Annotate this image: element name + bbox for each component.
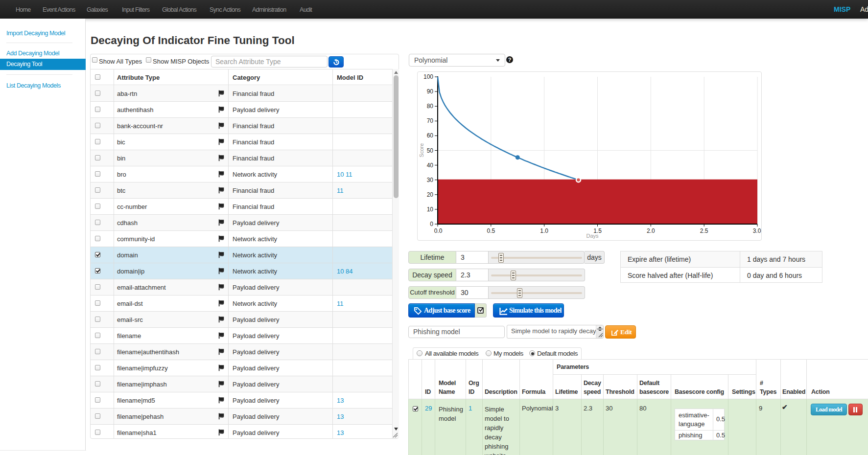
svg-text:3.0: 3.0	[753, 228, 761, 234]
svg-text:60: 60	[427, 132, 434, 139]
svg-text:0: 0	[430, 221, 433, 228]
svg-text:0.0: 0.0	[434, 228, 443, 234]
svg-text:80: 80	[427, 103, 434, 110]
svg-text:Score: Score	[419, 143, 424, 158]
svg-text:100: 100	[423, 73, 433, 80]
svg-text:1.0: 1.0	[540, 228, 548, 234]
svg-text:30: 30	[427, 177, 434, 183]
svg-text:10: 10	[427, 206, 434, 213]
svg-text:0.5: 0.5	[487, 228, 495, 234]
svg-text:40: 40	[427, 162, 434, 169]
svg-text:2.5: 2.5	[700, 228, 708, 234]
svg-text:70: 70	[427, 117, 434, 124]
svg-text:Days: Days	[586, 233, 599, 239]
svg-text:2.0: 2.0	[647, 228, 655, 234]
svg-text:50: 50	[427, 147, 434, 154]
svg-text:20: 20	[427, 191, 434, 198]
svg-text:90: 90	[427, 88, 434, 95]
